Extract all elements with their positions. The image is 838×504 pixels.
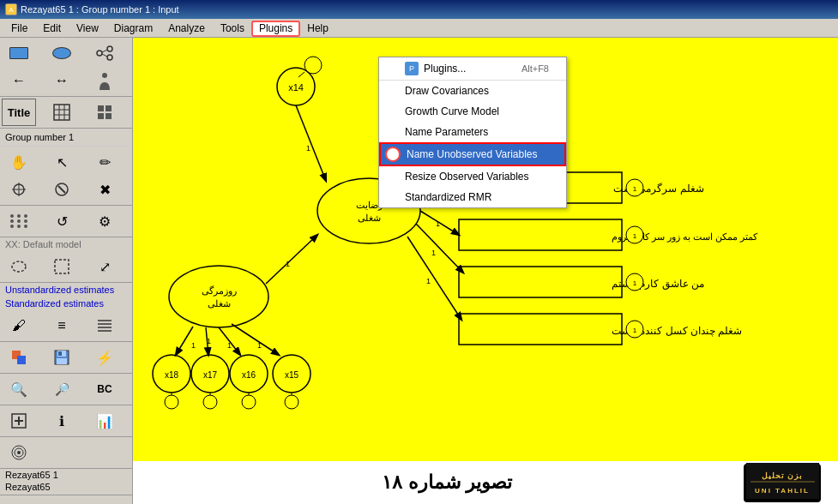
menu-name-unobserved[interactable]: Name Unobserved Variables (379, 142, 566, 166)
tool-scale[interactable]: ⤢ (87, 253, 122, 280)
svg-point-111 (304, 57, 322, 74)
tool-paint[interactable]: 🖌 (2, 312, 36, 339)
tool-bars[interactable]: ≡ (45, 312, 79, 339)
svg-point-25 (24, 214, 27, 218)
file-rezayat65[interactable]: Rezayat65 (0, 481, 132, 493)
tool-path-diagram[interactable] (87, 39, 122, 67)
svg-rect-105 (459, 314, 622, 345)
toolbar-icons-row10 (0, 437, 132, 469)
tool-rectangle[interactable] (2, 39, 36, 67)
tool-hand[interactable]: ✋ (2, 148, 36, 176)
svg-text:شغلی: شغلی (208, 298, 231, 309)
tool-export[interactable]: 📤 (70, 497, 105, 504)
toolbar-icons-row5: ⤢ (0, 251, 132, 283)
tool-chart[interactable]: 📊 (87, 407, 122, 435)
menu-growth-curve[interactable]: Growth Curve Model (379, 101, 566, 122)
tool-person[interactable] (87, 67, 122, 94)
menu-analyze[interactable]: Analyze (160, 20, 213, 37)
menu-file[interactable]: File (3, 20, 35, 37)
file-rezayat65-1[interactable]: Rezayat65 1 (0, 469, 132, 481)
tool-magnify-plus[interactable]: 🔍 (2, 375, 36, 403)
svg-line-3 (102, 50, 107, 52)
tool-connect-dots[interactable] (2, 207, 36, 235)
tool-title[interactable]: Title (2, 99, 36, 126)
svg-point-46 (17, 451, 21, 454)
svg-text:1: 1 (286, 260, 290, 268)
toolbar-icons-row9: ℹ 📊 (0, 405, 132, 437)
tool-bar-chart[interactable]: 📈 (2, 497, 36, 504)
title-bar-text: Rezayat65 1 : Group number 1 : Input (21, 4, 179, 15)
tool-rotate[interactable]: ↺ (45, 207, 79, 235)
plugins-icon: P (405, 62, 419, 75)
menu-draw-cov[interactable]: Draw Covariances (379, 81, 566, 101)
menu-view[interactable]: View (69, 20, 106, 37)
svg-point-26 (10, 225, 14, 228)
plugins-main-label: Plugins... (424, 63, 466, 75)
tool-floppy[interactable] (45, 344, 79, 371)
tool-magnify-minus[interactable]: 🔎 (45, 375, 79, 403)
tool-color-fill[interactable] (2, 344, 36, 371)
toolbar-icons-row4: ↺ ⚙ (0, 206, 132, 237)
draw-cov-label: Draw Covariances (405, 85, 489, 97)
svg-line-70 (232, 324, 279, 355)
menu-name-params[interactable]: Name Parameters (379, 122, 566, 142)
unstandardized-estimates[interactable]: Unstandardized estimates (0, 283, 132, 297)
toolbar-icons-row8: 🔍 🔎 BC (0, 374, 132, 405)
svg-line-83 (296, 105, 326, 181)
svg-point-2 (107, 55, 112, 60)
svg-point-28 (24, 225, 27, 228)
menu-plugins-main[interactable]: P Plugins... Alt+F8 (379, 57, 566, 80)
caption-area: تصویر شماره ۱۸ بزن تحلیل UNI TAHLIL (133, 461, 838, 504)
svg-rect-30 (55, 260, 69, 273)
tool-table[interactable] (45, 99, 79, 126)
caption-text: تصویر شماره ۱۸ (382, 471, 511, 494)
tool-drag-node[interactable] (2, 176, 36, 203)
menu-edit[interactable]: Edit (35, 20, 69, 37)
brand-logo: بزن تحلیل UNI TAHLIL (744, 464, 821, 502)
tool-wand[interactable]: ⚡ (87, 344, 122, 371)
svg-text:روزمرگی: روزمرگی (202, 285, 237, 297)
tool-settings[interactable]: ⚙ (87, 207, 122, 235)
svg-point-24 (17, 214, 21, 218)
svg-rect-6 (54, 105, 69, 120)
tool-grid[interactable] (87, 99, 122, 126)
toolbar-icons-row3: ✋ ↖ ✏ ✖ (0, 147, 132, 206)
app-icon: A (5, 3, 17, 15)
tool-magnify-text[interactable]: BC (87, 375, 122, 403)
menu-tools[interactable]: Tools (213, 20, 252, 37)
tool-plus-box[interactable] (2, 407, 36, 435)
svg-rect-11 (98, 105, 104, 111)
content-area: x14 رضایت شغلی روزمرگی شغلی x18 x17 x16 … (133, 38, 838, 504)
tool-lasso[interactable] (2, 253, 36, 280)
tool-info[interactable]: ℹ (45, 407, 79, 435)
menu-resize-observed[interactable]: Resize Observed Variables (379, 166, 566, 187)
name-params-label: Name Parameters (405, 126, 488, 138)
tool-stripes[interactable] (87, 312, 122, 339)
toolbar-icons-top: ← ↔ (0, 38, 132, 97)
tool-small-icons[interactable] (36, 497, 70, 504)
menu-standardized-rmr[interactable]: Standardized RMR (379, 187, 566, 207)
tool-cursor[interactable]: ↖ (45, 148, 79, 176)
tool-ellipse[interactable] (45, 39, 79, 67)
tool-box-select[interactable] (45, 253, 79, 280)
tool-arrow-left[interactable]: ← (2, 67, 36, 94)
menu-help[interactable]: Help (299, 20, 336, 37)
standardized-estimates[interactable]: Standardized estimates (0, 297, 132, 310)
tool-pencil[interactable]: ✏ (87, 148, 122, 176)
svg-text:1: 1 (633, 279, 637, 287)
main-container: ← ↔ Title Group number 1 ✋ ↖ ✏ (0, 38, 838, 504)
tool-circle-delete[interactable] (45, 176, 79, 203)
svg-text:1: 1 (633, 185, 637, 193)
model-label: XX: Default model (0, 237, 132, 251)
tool-arrow-bidirectional[interactable]: ↔ (45, 67, 79, 94)
menu-diagram[interactable]: Diagram (106, 20, 160, 37)
svg-point-22 (24, 219, 27, 223)
svg-point-27 (17, 225, 21, 228)
menu-plugins[interactable]: Plugins (252, 21, 299, 36)
group-label: Group number 1 (0, 129, 132, 147)
tool-delete[interactable]: ✖ (87, 176, 122, 203)
svg-text:من عاشق کارم هستم: من عاشق کارم هستم (612, 278, 704, 290)
svg-text:UNI TAHLIL: UNI TAHLIL (755, 487, 810, 495)
tool-target[interactable] (2, 439, 36, 466)
resize-observed-label: Resize Observed Variables (405, 171, 529, 183)
